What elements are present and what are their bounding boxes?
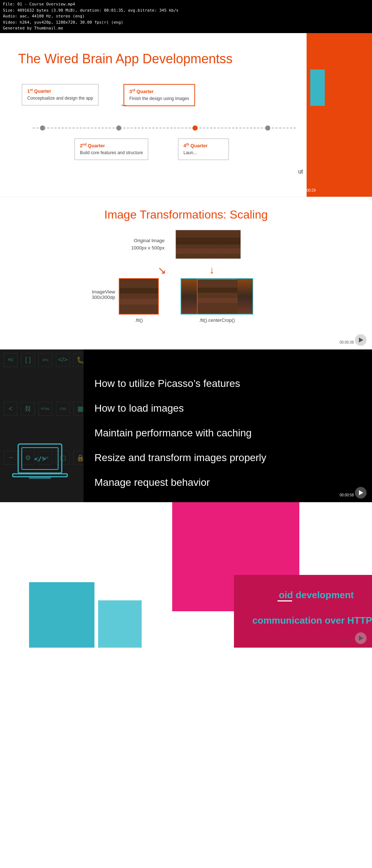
svg-rect-8 — [120, 299, 159, 304]
timeline-dot-1 — [40, 125, 45, 131]
dark-pink-block — [234, 575, 372, 648]
q2-box: 2nd Quarter Build core features and stru… — [74, 139, 148, 160]
fit-centercrop-transform: .fit().centerCrop() — [181, 278, 253, 323]
picasso-left-bg: HD [ ] JPG </> 🐛 < ⛓ HTML CSS ▦ → ⚙ EXE … — [0, 349, 84, 502]
q1-text: Conceptualize and design the app — [27, 95, 93, 101]
slide3-timestamp: 00:00:58 — [340, 493, 354, 497]
slide1-play-button[interactable] — [290, 181, 301, 193]
fit-transform: ImageView 300x300dp .fit() — [119, 278, 159, 323]
q1-label: 1st Quarter — [27, 88, 93, 94]
imageview-label: ImageView 300x300dp — [68, 289, 115, 300]
fit-label: .fit() — [135, 317, 143, 323]
svg-rect-9 — [198, 280, 238, 315]
arrow-fit: ↘ — [158, 264, 166, 276]
svg-rect-16 — [29, 477, 51, 479]
icon-code: </> — [56, 353, 70, 367]
laptop-icon: </> — [11, 440, 69, 488]
icon-link: ⛓ — [21, 402, 35, 416]
timeline-dot-2 — [116, 125, 121, 131]
slide4-play-button[interactable] — [355, 632, 367, 644]
slide-title-suffix: ss — [219, 51, 232, 66]
icon-bug: 🐛 — [73, 353, 84, 367]
icon-angle: < — [4, 402, 17, 416]
q4-text: Laun... — [183, 150, 223, 156]
slide-title: The Wired Brain App Developmentss — [18, 51, 232, 67]
icon-jpg: JPG — [39, 353, 52, 367]
q3-text: Finish the design using images — [129, 96, 189, 102]
q4-box: 4th Quarter Laun... — [178, 139, 229, 160]
icon-hd: HD — [4, 353, 17, 367]
play-icon — [359, 636, 363, 641]
timeline-dot-4 — [265, 125, 270, 131]
play-icon — [359, 337, 363, 343]
original-image — [175, 230, 241, 259]
picasso-content: How to utilize Picasso’s features How to… — [94, 371, 357, 495]
scaling-content: Original Image 1000px x 500px ↘ ↓ — [18, 230, 354, 323]
feature-item-2: How to load images — [94, 396, 357, 421]
play-icon — [359, 490, 363, 495]
orange-bar — [307, 33, 372, 197]
picasso-feature-list: How to utilize Picasso’s features How to… — [94, 371, 357, 495]
blue-accent-bar — [310, 69, 325, 106]
feature-item-3: Maintain performance with caching — [94, 421, 357, 445]
fit-centercrop-label: .fit().centerCrop() — [199, 317, 235, 323]
original-image-section: Original Image 1000px x 500px — [131, 230, 241, 259]
scaling-title-black: Image Transformations: — [104, 208, 230, 221]
arrow-fit-centercrop: ↓ — [210, 264, 215, 276]
feature-item-1: How to utilize Picasso’s features — [94, 371, 357, 396]
arrows-row: ↘ ↓ — [158, 264, 215, 276]
transformed-row: ImageView 300x300dp .fit() — [119, 278, 253, 323]
svg-rect-7 — [120, 288, 159, 293]
icon-html: HTML — [39, 402, 52, 416]
q4-label: 4th Quarter — [183, 143, 223, 148]
svg-rect-1 — [176, 237, 241, 245]
video-header-line5: Generated by Thumbnail.me — [3, 25, 369, 32]
play-icon — [294, 185, 298, 190]
svg-text:</>: </> — [34, 455, 46, 463]
slide-title-black: The Wired Brain — [18, 51, 116, 66]
icon-lock: 🔒 — [73, 451, 84, 465]
slide2-play-button[interactable] — [355, 334, 367, 346]
video-header-line3: Audio: aac, 44100 Hz, stereo (eng) — [3, 13, 369, 20]
slide-android: oid development communication over HTTP … — [0, 502, 372, 648]
slide-scaling: Image Transformations: Scaling Original … — [0, 197, 372, 349]
slide3-play-button[interactable] — [355, 487, 367, 499]
q3-label: 3rd Quarter — [129, 88, 189, 94]
http-text: communication over HTTP — [252, 615, 372, 626]
fit-centercrop-image — [181, 278, 253, 315]
teal-block — [29, 582, 94, 648]
fit-image — [119, 278, 159, 315]
icon-brackets: [ ] — [21, 353, 35, 367]
svg-rect-2 — [176, 248, 241, 254]
original-image-label: Original Image 1000px x 500px — [131, 237, 165, 251]
timeline-line — [33, 128, 296, 128]
svg-rect-15 — [13, 474, 67, 477]
icon-css: CSS — [56, 402, 70, 416]
q3-arrow: ← — [120, 100, 128, 110]
scaling-title-orange: Scaling — [230, 208, 268, 221]
svg-rect-11 — [198, 298, 238, 303]
teal-block2 — [98, 600, 142, 648]
truncated-text: ut — [298, 168, 303, 175]
svg-rect-10 — [198, 288, 238, 293]
fit-image-container: ImageView 300x300dp — [119, 278, 159, 315]
android-text: oid development — [279, 589, 354, 601]
icon-grid2: ▦ — [73, 402, 84, 416]
q3-box: 3rd Quarter Finish the design using imag… — [124, 84, 195, 106]
q1-box: 1st Quarter Conceptualize and design the… — [22, 84, 98, 105]
video-header-line4: Video: h264, yuv420p, 1280x720, 30.00 fp… — [3, 20, 369, 26]
center-crop-inner — [197, 279, 237, 314]
orig-label-line1: Original Image — [131, 237, 165, 244]
feature-item-4: Resize and transform images properly — [94, 445, 357, 470]
svg-rect-0 — [176, 230, 241, 259]
video-header: File: 01 - Course Overview.mp4 Size: 409… — [0, 0, 372, 33]
q2-label: 2nd Quarter — [80, 143, 143, 148]
slide-picasso: HD [ ] JPG </> 🐛 < ⛓ HTML CSS ▦ → ⚙ EXE … — [0, 349, 372, 502]
slide-title-orange: App Development — [116, 51, 219, 66]
slide1-timestamp: 00:00:29 — [302, 188, 316, 192]
slide4-timestamp: 00:01:32 — [340, 639, 354, 643]
feature-item-5: Manage request behavior — [94, 470, 357, 495]
video-header-line2: Size: 4091632 bytes (3.90 MiB), duration… — [3, 8, 369, 14]
orig-label-line2: 1000px x 500px — [131, 244, 165, 252]
svg-rect-6 — [120, 279, 159, 315]
